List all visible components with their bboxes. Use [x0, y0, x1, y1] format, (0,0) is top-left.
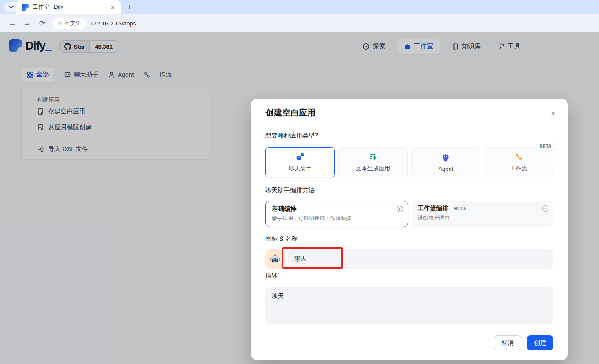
- method-card-workflow[interactable]: 工作流编排 BETA 进阶用户适用 ?: [412, 201, 554, 227]
- reload-button[interactable]: ⟳: [35, 16, 49, 30]
- browser-tab[interactable]: 工作室 - Dify ×: [16, 0, 121, 14]
- type-card-workflow[interactable]: BETA 工作流: [484, 147, 553, 177]
- security-label: 不安全: [65, 20, 81, 27]
- beta-badge: BETA: [536, 143, 555, 150]
- app-icon-picker[interactable]: [265, 249, 285, 269]
- description-label: 描述: [265, 272, 278, 280]
- robot-emoji-icon: [269, 253, 281, 265]
- chat-assistant-icon: [295, 152, 305, 162]
- back-button[interactable]: ←: [5, 16, 19, 30]
- warning-icon: ⚠: [58, 20, 62, 26]
- create-blank-app-modal: 创建空白应用 × 想要哪种应用类型? 聊天助手 文本生成应用 Agent BET…: [251, 99, 568, 360]
- security-chip[interactable]: ⚠ 不安全: [53, 18, 86, 29]
- workflow-orange-icon: [514, 152, 523, 162]
- modal-title: 创建空白应用: [265, 107, 316, 119]
- agent-robot-icon: [441, 153, 450, 162]
- orchestration-method-label: 聊天助手编排方法: [265, 187, 315, 195]
- app-type-cards: 聊天助手 文本生成应用 Agent BETA 工作流: [265, 147, 553, 177]
- beta-badge: BETA: [452, 205, 469, 212]
- close-icon[interactable]: ×: [548, 108, 558, 119]
- browser-tab-strip: 工作室 - Dify × +: [0, 0, 599, 14]
- type-card-agent[interactable]: Agent: [411, 147, 481, 177]
- app-type-question: 想要哪种应用类型?: [265, 132, 318, 140]
- icon-name-label: 图标 & 名称: [265, 235, 298, 243]
- forward-button[interactable]: →: [20, 16, 34, 30]
- help-icon[interactable]: ?: [542, 205, 548, 212]
- create-button[interactable]: 创建: [527, 335, 553, 350]
- dify-favicon-icon: [22, 4, 29, 11]
- tab-close-icon[interactable]: ×: [109, 3, 116, 11]
- modal-footer: 取消 创建: [494, 335, 553, 350]
- cancel-button[interactable]: 取消: [494, 335, 521, 350]
- text-generation-icon: [368, 152, 378, 162]
- orchestration-method-cards: 基础编排 新手适用，可以切换成工作流编排 ? 工作流编排 BETA 进阶用户适用…: [265, 201, 553, 227]
- new-tab-button[interactable]: +: [125, 3, 134, 11]
- chevron-down-icon: [9, 6, 14, 9]
- type-card-text-generation[interactable]: 文本生成应用: [338, 147, 408, 177]
- app-description-textarea[interactable]: 聊天: [265, 287, 553, 324]
- icon-name-row: [265, 249, 553, 269]
- method-card-basic[interactable]: 基础编排 新手适用，可以切换成工作流编排 ?: [265, 201, 408, 227]
- method-basic-desc: 新手适用，可以切换成工作流编排: [272, 215, 402, 222]
- method-workflow-desc: 进阶用户适用: [418, 214, 548, 222]
- page-content: Dify_ Star 48,361 探索 工作室 知识库: [0, 32, 599, 364]
- address-bar[interactable]: ⚠ 不安全 172.16.2.15/apps: [53, 18, 136, 29]
- help-icon[interactable]: ?: [397, 206, 403, 212]
- type-card-chat-assistant[interactable]: 聊天助手: [265, 147, 335, 177]
- method-basic-title: 基础编排: [272, 205, 297, 213]
- browser-toolbar: ← → ⟳ ⚠ 不安全 172.16.2.15/apps: [0, 14, 599, 32]
- method-workflow-title: 工作流编排: [418, 205, 449, 213]
- app-name-input[interactable]: [288, 249, 553, 269]
- url-text[interactable]: 172.16.2.15/apps: [90, 20, 136, 27]
- tab-title: 工作室 - Dify: [33, 4, 109, 11]
